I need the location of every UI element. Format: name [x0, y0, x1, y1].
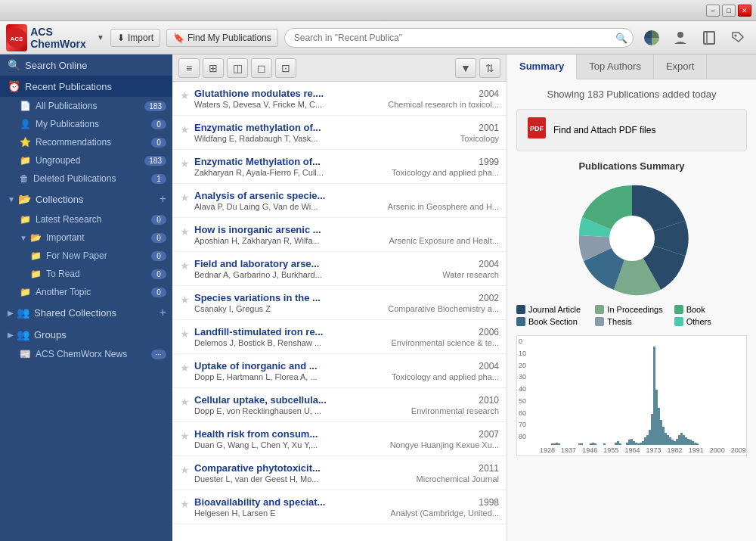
star-icon[interactable]: ★ [180, 260, 190, 272]
find-icon: 🔖 [173, 33, 184, 43]
search-input[interactable] [284, 28, 634, 48]
user-icon[interactable] [668, 26, 692, 50]
grid-view-btn[interactable]: ⊞ [203, 58, 224, 78]
shared-add-icon[interactable]: + [160, 306, 166, 319]
sidebar-item-search-online[interactable]: 🔍 Search Online [0, 54, 172, 76]
svg-point-2 [677, 32, 683, 38]
import-icon: ⬇ [117, 33, 125, 43]
tag-icon[interactable] [726, 26, 750, 50]
star-icon[interactable]: ★ [180, 464, 190, 476]
star-icon[interactable]: ★ [180, 89, 190, 101]
pub-content: Health risk from consum... 2007 Duan G, … [194, 428, 499, 449]
import-button[interactable]: ⬇ Import [110, 29, 160, 47]
svg-point-5 [735, 34, 737, 36]
sidebar-item-all-publications[interactable]: 📄 All Publications 183 [0, 97, 172, 115]
table-row[interactable]: ★ Enzymatic methylation of... 2001 Wildf… [172, 116, 507, 150]
sidebar-item-shared-collections[interactable]: ▶ 👥 Shared Collections + [0, 301, 172, 324]
sidebar-item-deleted-publications[interactable]: 🗑 Deleted Publications 1 [0, 169, 172, 188]
filter-icon: ▼ [460, 62, 471, 74]
sidebar-label-search-online: Search Online [25, 60, 166, 71]
star-icon[interactable]: ★ [180, 123, 190, 135]
pdf-attach-button[interactable]: PDF Find and Attach PDF files [516, 109, 747, 151]
bar-chart-x-label: 1982 [668, 446, 683, 454]
important-badge: 0 [151, 233, 166, 243]
list-view-icon: ≡ [186, 62, 192, 74]
grid-view-icon: ⊞ [209, 62, 218, 74]
pie-chart [516, 178, 747, 299]
pie-chart-icon[interactable] [640, 26, 664, 50]
table-row[interactable]: ★ Bioavailability and speciat... 1998 He… [172, 490, 507, 524]
star-icon[interactable]: ★ [180, 294, 190, 306]
pub-journal: Comparative Biochemistry a... [388, 304, 499, 313]
table-row[interactable]: ★ Landfill-stimulated iron re... 2006 De… [172, 320, 507, 354]
star-icon[interactable]: ★ [180, 396, 190, 408]
close-button[interactable]: ✕ [738, 5, 751, 17]
svg-rect-3 [704, 32, 714, 44]
pub-title: Enzymatic methylation of... [194, 122, 472, 133]
list-view-btn[interactable]: ≡ [178, 58, 200, 78]
star-icon[interactable]: ★ [180, 225, 190, 238]
pub-year: 2010 [479, 395, 499, 406]
view5-btn[interactable]: ⊡ [275, 58, 296, 78]
table-row[interactable]: ★ How is inorganic arsenic ... Aposhian … [172, 218, 507, 252]
table-row[interactable]: ★ Species variations in the ... 2002 Csa… [172, 286, 507, 320]
star-icon[interactable]: ★ [180, 157, 190, 169]
logo-dropdown-arrow[interactable]: ▼ [97, 33, 104, 42]
sort-btn[interactable]: ⇅ [479, 58, 500, 78]
pub-authors: Helgesen H, Larsen E [194, 508, 384, 518]
sidebar-item-latest-research[interactable]: 📁 Latest Research 0 [0, 210, 172, 229]
pub-title: Analysis of arsenic specie... [194, 190, 493, 201]
star-icon[interactable]: ★ [180, 362, 190, 374]
acs-news-icon: 📰 [20, 349, 31, 359]
sidebar-item-another-topic[interactable]: 📁 Another Topic 0 [0, 283, 172, 301]
sidebar-item-recommendations[interactable]: ⭐ Recommendations 0 [0, 133, 172, 151]
star-icon[interactable]: ★ [180, 328, 190, 340]
table-row[interactable]: ★ Health risk from consum... 2007 Duan G… [172, 422, 507, 456]
star-icon[interactable]: ★ [180, 498, 190, 510]
sidebar-item-my-publications[interactable]: 👤 My Publications 0 [0, 115, 172, 133]
bar-chart-x-label: 1937 [561, 446, 576, 454]
star-icon[interactable]: ★ [180, 430, 190, 442]
pub-journal: Water research [442, 270, 499, 279]
pub-journal: Environmental science & te... [392, 338, 499, 347]
bar-chart-x-label: 2000 [710, 446, 725, 454]
table-row[interactable]: ★ Enzymatic Methylation of... 1999 Zakha… [172, 150, 507, 184]
pub-title: Bioavailability and speciat... [194, 496, 472, 508]
table-row[interactable]: ★ Glutathione modulates re.... 2004 Wate… [172, 82, 507, 116]
sidebar-item-collections[interactable]: ▼ 📂 Collections + [0, 188, 172, 210]
tab-summary[interactable]: Summary [507, 54, 577, 79]
table-row[interactable]: ★ Field and laboratory arse... 2004 Bedn… [172, 252, 507, 286]
tab-export[interactable]: Export [654, 54, 708, 79]
right-panel: Summary Top Authors Export Showing 183 P… [507, 54, 756, 541]
sidebar-item-important[interactable]: ▼ 📂 Important 0 [0, 229, 172, 247]
window-controls: – □ ✕ [706, 5, 751, 17]
view4-btn[interactable]: ◻ [251, 58, 272, 78]
find-publications-button[interactable]: 🔖 Find My Publications [166, 29, 278, 47]
sidebar-item-to-read[interactable]: 📁 To Read 0 [0, 265, 172, 283]
sidebar-item-groups[interactable]: ▶ 👥 Groups [0, 324, 172, 345]
sidebar-item-acs-news[interactable]: 📰 ACS ChemWorx News ··· [0, 345, 172, 363]
legend-dot-book-section [516, 317, 525, 326]
sidebar-item-recent-publications[interactable]: ⏰ Recent Publications [0, 76, 172, 97]
pub-authors: Duester L, van der Geest H, Mo... [194, 474, 411, 483]
star-icon[interactable]: ★ [180, 191, 190, 204]
pub-content: Uptake of inorganic and ... 2004 Dopp E,… [194, 360, 499, 381]
pub-year: 2001 [479, 123, 499, 133]
tab-top-authors[interactable]: Top Authors [577, 54, 654, 79]
table-row[interactable]: ★ Uptake of inorganic and ... 2004 Dopp … [172, 354, 507, 388]
table-row[interactable]: ★ Comparative phytotoxicit... 2011 Duest… [172, 456, 507, 490]
table-row[interactable]: ★ Cellular uptake, subcellula... 2010 Do… [172, 388, 507, 422]
logo-icon: ACS [6, 24, 27, 51]
sidebar-item-for-new-paper[interactable]: 📁 For New Paper 0 [0, 247, 172, 265]
book-icon[interactable] [697, 26, 721, 50]
table-row[interactable]: ★ Analysis of arsenic specie... Alava P,… [172, 184, 507, 218]
pub-journal: Analyst (Cambridge, United... [390, 508, 499, 518]
sidebar-item-ungrouped[interactable]: 📁 Ungrouped 183 [0, 151, 172, 169]
pub-content: Cellular uptake, subcellula... 2010 Dopp… [194, 394, 499, 415]
maximize-button[interactable]: □ [722, 5, 736, 17]
view3-btn[interactable]: ◫ [227, 58, 248, 78]
pub-title: Health risk from consum... [194, 428, 472, 440]
filter-btn[interactable]: ▼ [455, 58, 476, 78]
collections-add-icon[interactable]: + [160, 192, 166, 206]
minimize-button[interactable]: – [706, 5, 720, 17]
